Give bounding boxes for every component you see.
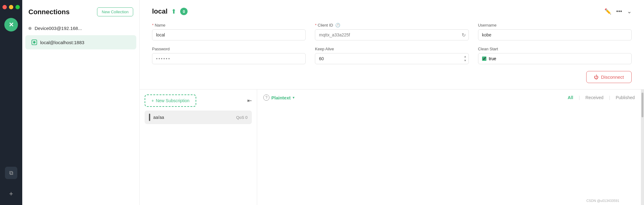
clean-start-checkbox[interactable] (482, 56, 486, 61)
keepalive-field-group: Keep Alive ▲ ▼ (315, 47, 468, 64)
new-subscription-label: New Subscription (156, 98, 189, 103)
form-bottom-row: ⏻ Disconnect (152, 67, 632, 83)
connections-panel: Connections New Collection Device003@192… (22, 0, 140, 205)
chevron-down-icon: ⌄ (627, 8, 632, 15)
connection-form-section: local ⬆ 0 ✏️ ••• ⌄ Name (140, 0, 644, 90)
watermark: CSDN @u013433591 (586, 199, 619, 203)
connection-name-local: local@localhost:1883 (40, 40, 84, 45)
connections-icon: ⧉ (9, 170, 13, 176)
keepalive-input[interactable] (315, 53, 468, 64)
name-label: Name (152, 23, 306, 27)
client-id-label: Client ID 🕐 (315, 23, 468, 27)
subscription-qos: QoS 0 (236, 115, 248, 120)
filter-tab-all[interactable]: All (568, 95, 573, 100)
clean-start-value: true (489, 56, 496, 61)
keepalive-input-wrapper: ▲ ▼ (315, 53, 468, 64)
minimize-button[interactable] (9, 5, 13, 9)
username-label: Username (478, 23, 632, 27)
form-title: local (152, 7, 167, 15)
main-content: local ⬆ 0 ✏️ ••• ⌄ Name (140, 0, 644, 205)
connections-icon-btn[interactable]: ⧉ (5, 167, 17, 179)
new-collection-button[interactable]: New Collection (97, 7, 133, 16)
disconnect-label: Disconnect (601, 74, 624, 80)
connection-status-dot-offline (28, 27, 32, 30)
more-options-button[interactable]: ••• (616, 8, 622, 15)
message-count-badge: 0 (180, 8, 188, 15)
keepalive-spinners: ▲ ▼ (464, 55, 467, 62)
connections-title: Connections (28, 8, 70, 16)
username-field-group: Username (478, 23, 632, 40)
subscription-topic: aa/aa (153, 115, 164, 120)
client-id-input[interactable] (315, 29, 468, 40)
close-button[interactable] (2, 5, 7, 9)
keepalive-label: Keep Alive (315, 47, 468, 51)
client-id-input-wrapper: ↻ (315, 29, 468, 40)
password-field-group: Password (152, 47, 306, 64)
client-id-field-group: Client ID 🕐 ↻ (315, 23, 468, 40)
add-workspace-button[interactable]: + (5, 188, 17, 200)
messages-panel: ? Plaintext ▾ All | Received | Published (257, 90, 641, 205)
subscriptions-panel: + New Subscription ⇤ aa/aa QoS 0 (140, 90, 257, 205)
app-sidebar: ✕ ⧉ + (0, 0, 22, 205)
clock-icon: 🕐 (335, 23, 340, 27)
connection-status-dot-active (32, 40, 37, 45)
edit-icon: ✏️ (604, 8, 611, 15)
connection-item-local[interactable]: local@localhost:1883 (25, 35, 136, 49)
traffic-lights (2, 5, 20, 9)
subscription-item[interactable]: aa/aa QoS 0 (145, 111, 252, 124)
connection-form-grid: Name Client ID 🕐 ↻ Username (152, 23, 632, 64)
right-scrollbar[interactable] (641, 90, 644, 205)
subscriptions-header-row: + New Subscription ⇤ (145, 94, 252, 107)
filter-tab-published[interactable]: Published (616, 95, 635, 100)
power-icon: ⏻ (594, 74, 599, 80)
app-logo[interactable]: ✕ (4, 18, 18, 31)
clean-start-field-group: Clean Start true (478, 47, 632, 64)
form-title-area: local ⬆ 0 (152, 7, 188, 15)
password-label: Password (152, 47, 306, 51)
scrollbar-thumb (642, 93, 643, 117)
messages-toolbar: ? Plaintext ▾ All | Received | Published (263, 94, 635, 101)
filter-divider-2: | (609, 95, 610, 100)
new-subscription-button[interactable]: + New Subscription (145, 94, 196, 107)
keepalive-increment[interactable]: ▲ (464, 55, 467, 58)
connection-item-device003[interactable]: Device003@192.168... (22, 21, 139, 35)
name-input[interactable] (152, 29, 306, 40)
collapse-subscriptions-button[interactable]: ⇤ (247, 97, 252, 104)
collapse-button[interactable]: ⌄ (627, 8, 632, 15)
plus-icon: + (151, 98, 154, 103)
format-chevron-icon: ▾ (293, 95, 294, 100)
password-input[interactable] (152, 53, 306, 64)
form-actions: ✏️ ••• ⌄ (604, 8, 632, 15)
ellipsis-icon: ••• (616, 8, 622, 15)
clean-start-input-wrapper: true (478, 53, 632, 64)
subscription-color-bar (149, 114, 150, 121)
filter-tab-received[interactable]: Received (585, 95, 603, 100)
form-header: local ⬆ 0 ✏️ ••• ⌄ (152, 7, 632, 15)
logo-icon: ✕ (9, 21, 14, 28)
clean-start-label: Clean Start (478, 47, 632, 51)
message-filter-tabs: All | Received | Published (568, 95, 635, 100)
disconnect-button[interactable]: ⏻ Disconnect (586, 71, 632, 83)
format-selector[interactable]: ? Plaintext ▾ (263, 94, 294, 101)
maximize-button[interactable] (15, 5, 20, 9)
connection-status-up-icon: ⬆ (171, 8, 176, 15)
username-input[interactable] (478, 29, 632, 40)
help-icon[interactable]: ? (263, 94, 269, 101)
name-field-group: Name (152, 23, 306, 40)
format-label: Plaintext (271, 95, 291, 100)
connections-header: Connections New Collection (22, 0, 139, 21)
bottom-section: + New Subscription ⇤ aa/aa QoS 0 ? Plain… (140, 90, 644, 205)
client-id-label-text: Client ID (318, 23, 333, 27)
filter-divider-1: | (579, 95, 580, 100)
refresh-icon[interactable]: ↻ (462, 32, 466, 38)
connection-name-device003: Device003@192.168... (35, 26, 82, 31)
plus-icon: + (9, 190, 13, 198)
edit-button[interactable]: ✏️ (604, 8, 611, 15)
collapse-icon: ⇤ (247, 98, 252, 104)
keepalive-decrement[interactable]: ▼ (464, 59, 467, 62)
